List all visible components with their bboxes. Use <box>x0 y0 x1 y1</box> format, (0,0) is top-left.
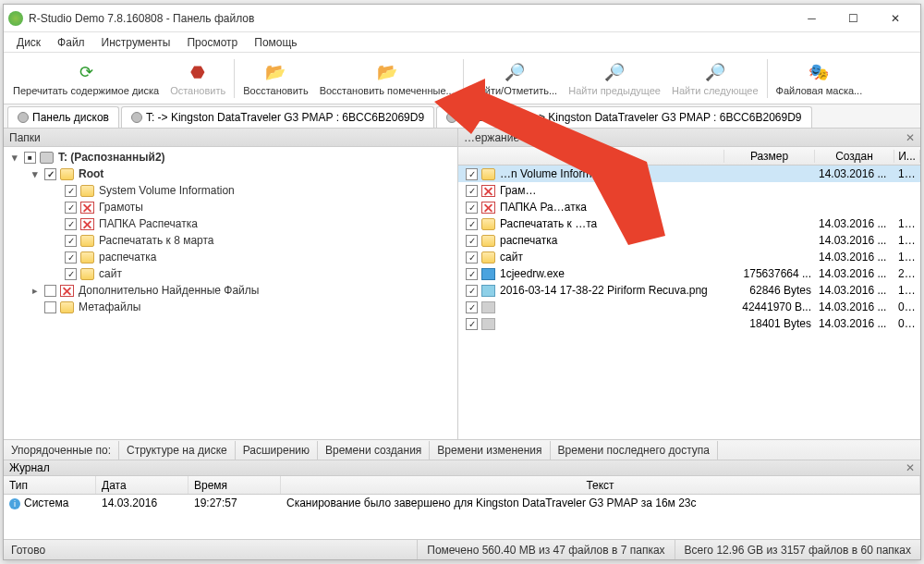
tree-row[interactable]: ▾Root <box>4 166 457 182</box>
tab-disks-panel[interactable]: Панель дисков <box>7 106 119 128</box>
file-created: 14.03.2016 ... <box>815 251 894 264</box>
col-created[interactable]: Создан <box>815 150 894 163</box>
stop-button[interactable]: ⬣Остановить <box>164 54 231 104</box>
checkbox[interactable] <box>466 168 478 180</box>
checkbox[interactable] <box>44 168 56 180</box>
minimize-button[interactable]: ─ <box>791 6 833 31</box>
checkbox[interactable] <box>466 251 478 264</box>
sort-extension[interactable]: Расширению <box>236 441 318 460</box>
reread-button[interactable]: ⟳Перечитать содержимое диска <box>7 54 164 104</box>
pane-close-button[interactable]: ✕ <box>906 131 915 144</box>
file-created: 14.03.2016 ... <box>815 300 894 313</box>
tree-row[interactable]: Распечатать к 8 марта <box>4 232 457 249</box>
folder-icon <box>481 168 495 180</box>
redx-icon <box>80 218 94 230</box>
tree-row[interactable]: Метафайлы <box>4 299 457 315</box>
checkbox[interactable] <box>466 185 478 197</box>
checkbox[interactable] <box>466 285 478 297</box>
file-name: 2016-03-14 17-38-22 Piriform Recuva.png <box>500 284 708 297</box>
checkbox[interactable] <box>466 218 478 230</box>
tree-row[interactable]: ▸Дополнительно Найденные Файлы <box>4 282 457 299</box>
file-created: 14.03.2016 ... <box>815 267 894 280</box>
checkbox[interactable] <box>466 235 478 247</box>
file-modified: 04.0 <box>894 317 920 330</box>
file-row[interactable]: Распечатать к …та14.03.2016 ...14.0 <box>458 215 920 232</box>
redx-icon <box>481 185 495 197</box>
file-row[interactable]: 1cjeedrw.exe175637664 ...14.03.2016 ...2… <box>458 265 920 282</box>
sort-structure[interactable]: Структуре на диске <box>119 441 236 460</box>
menu-tools[interactable]: Инструменты <box>94 34 178 51</box>
expander-icon[interactable]: ▾ <box>9 152 20 164</box>
tree-row[interactable]: Грамоты <box>4 199 457 215</box>
col-size[interactable]: Размер <box>724 150 815 163</box>
checkbox[interactable] <box>65 202 77 214</box>
file-row[interactable]: 2016-03-14 17-38-22 Piriform Recuva.png6… <box>458 282 920 299</box>
checkbox[interactable] <box>65 218 77 230</box>
checkbox[interactable] <box>466 301 478 313</box>
jcol-type[interactable]: Тип <box>4 476 96 494</box>
sort-ctime[interactable]: Времени создания <box>318 441 430 460</box>
tree-row[interactable]: распечатка <box>4 249 457 265</box>
menu-file[interactable]: Файл <box>50 34 92 51</box>
expander-icon[interactable]: ▾ <box>30 168 41 180</box>
checkbox[interactable] <box>466 268 478 280</box>
sort-atime[interactable]: Времени последнего доступа <box>551 441 718 460</box>
checkbox[interactable] <box>466 318 478 330</box>
status-marked: Помечено 560.40 MB из 47 файлов в 7 папк… <box>417 540 674 559</box>
tree-row[interactable]: сайт <box>4 265 457 282</box>
jcol-text[interactable]: Текст <box>281 476 920 494</box>
folder-icon <box>80 251 94 264</box>
tree-row[interactable]: System Volume Information <box>4 182 457 199</box>
tree-row[interactable]: ПАПКА Распечатка <box>4 215 457 232</box>
checkbox[interactable] <box>65 185 77 197</box>
menu-disk[interactable]: Диск <box>9 34 48 51</box>
menu-view[interactable]: Просмотр <box>179 34 245 51</box>
journal-close-button[interactable]: ✕ <box>906 461 915 474</box>
folder-tree[interactable]: ▾T: (Распознанный2)▾RootSystem Volume In… <box>4 147 457 439</box>
window-title: R-Studio Demo 7.8.160808 - Панель файлов <box>29 12 791 25</box>
file-modified: 14.0 <box>894 217 920 230</box>
jcol-time[interactable]: Время <box>188 476 281 494</box>
recover-button[interactable]: 📂Восстановить <box>237 54 313 104</box>
col-modified[interactable]: И... <box>894 150 920 163</box>
checkbox[interactable] <box>44 285 56 297</box>
folder-icon <box>481 218 495 230</box>
checkbox[interactable] <box>24 152 36 164</box>
file-list[interactable]: …n Volume Information14.03.2016 ...14.0Г… <box>458 166 920 439</box>
sort-mtime[interactable]: Времени изменения <box>430 441 550 460</box>
file-size: 175637664 ... <box>724 267 815 280</box>
tab-scan-result[interactable]: …ознанный2) -> Kingston DataTraveler G3 … <box>436 106 811 128</box>
file-row[interactable]: …n Volume Information14.03.2016 ...14.0 <box>458 166 920 182</box>
file-row[interactable]: Грам… <box>458 182 920 199</box>
contents-header: …ержание <box>464 131 519 144</box>
find-next-button[interactable]: 🔎Найти следующее <box>666 54 764 104</box>
tree-row[interactable]: ▾T: (Распознанный2) <box>4 149 457 166</box>
journal-row[interactable]: iСистема 14.03.2016 19:27:57 Сканировани… <box>4 495 920 511</box>
col-name[interactable]: Имя <box>458 150 724 163</box>
tab-drive-t[interactable]: T: -> Kingston DataTraveler G3 PMAP : 6B… <box>121 106 434 128</box>
menu-help[interactable]: Помощь <box>247 34 304 51</box>
expander-icon[interactable]: ▸ <box>30 285 41 297</box>
tree-label: ПАПКА Распечатка <box>99 217 198 230</box>
close-button[interactable]: ✕ <box>874 6 916 31</box>
recover-icon: 📂 <box>264 61 286 83</box>
checkbox[interactable] <box>65 235 77 247</box>
checkbox[interactable] <box>466 202 478 214</box>
file-modified: 28.1 <box>894 267 920 280</box>
file-row[interactable]: ПАПКА Ра…атка <box>458 199 920 215</box>
file-row[interactable]: сайт14.03.2016 ...14.0 <box>458 249 920 265</box>
checkbox[interactable] <box>65 268 77 280</box>
find-button[interactable]: 🔎Найти/Отметить... <box>467 54 563 104</box>
checkbox[interactable] <box>44 301 56 313</box>
recover-marked-button[interactable]: 📂Восстановить помеченные... <box>314 54 460 104</box>
titlebar: R-Studio Demo 7.8.160808 - Панель файлов… <box>4 5 920 32</box>
file-name: сайт <box>500 251 523 264</box>
jcol-date[interactable]: Дата <box>96 476 188 494</box>
checkbox[interactable] <box>65 251 77 264</box>
file-row[interactable]: распечатка14.03.2016 ...14.0 <box>458 232 920 249</box>
maximize-button[interactable]: ☐ <box>833 6 874 31</box>
file-row[interactable]: 18401 Bytes14.03.2016 ...04.0 <box>458 315 920 332</box>
file-row[interactable]: 42441970 B...14.03.2016 ...07.0 <box>458 299 920 315</box>
file-mask-button[interactable]: 🎭Файловая маска... <box>771 54 869 104</box>
find-prev-button[interactable]: 🔎Найти предыдущее <box>563 54 666 104</box>
